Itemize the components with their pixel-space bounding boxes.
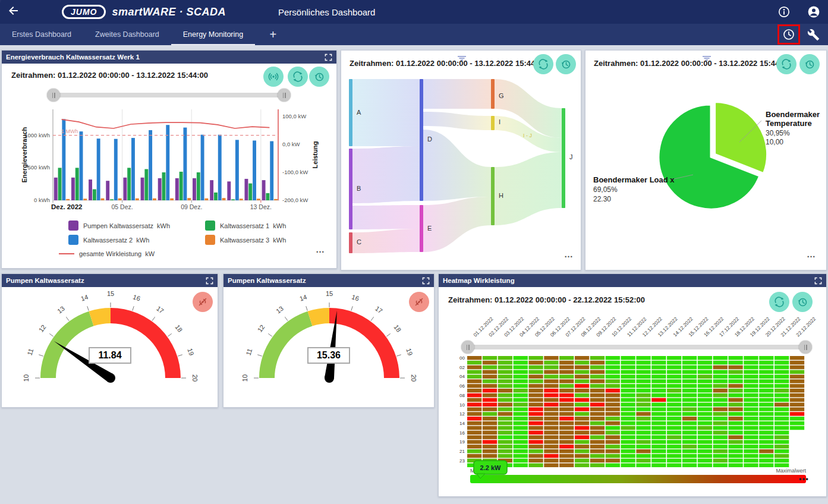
- svg-text:12: 12: [256, 323, 266, 333]
- panel-title: Energieverbrauch Kaltwassersatz Werk 1: [6, 53, 140, 61]
- arrow-left-icon: [7, 4, 21, 18]
- legend-item[interactable]: Kaltwassersatz 1 kWh: [205, 220, 286, 231]
- broadcast-icon: [267, 71, 279, 83]
- refresh-icon: [292, 71, 304, 83]
- svg-text:16: 16: [459, 430, 465, 436]
- legend-label: Kaltwassersatz 3 kWh: [220, 237, 286, 244]
- history-clock-icon: [313, 71, 325, 83]
- svg-text:13: 13: [56, 305, 66, 315]
- add-dashboard-button[interactable]: +: [255, 24, 291, 45]
- svg-text:I: I: [499, 118, 500, 125]
- scada-app: JUMO smartWARE · SCADA Persönliches Dash…: [0, 0, 828, 504]
- svg-text:B: B: [357, 185, 361, 192]
- gauge-chart: 101112131415161718192015.36: [223, 280, 435, 406]
- legend-item-line[interactable]: gesamte Wirkleistung kW: [59, 250, 155, 257]
- svg-text:16: 16: [351, 293, 360, 302]
- svg-text:Maximalwert: Maximalwert: [776, 468, 806, 474]
- svg-text:18: 18: [392, 323, 402, 333]
- svg-text:G: G: [499, 92, 504, 99]
- svg-text:06: 06: [459, 383, 465, 389]
- svg-text:19: 19: [405, 347, 414, 356]
- svg-text:C: C: [357, 238, 361, 245]
- svg-text:13: 13: [275, 305, 285, 315]
- legend-item[interactable]: Kaltwassersatz 3 kWh: [205, 235, 286, 245]
- svg-text:Boendermaker Load x: Boendermaker Load x: [593, 175, 675, 184]
- svg-text:19: 19: [459, 439, 465, 445]
- svg-text:23: 23: [459, 458, 465, 464]
- refresh-button[interactable]: [288, 67, 308, 87]
- svg-text:00: 00: [459, 355, 465, 361]
- panel-menu-dots[interactable]: …: [316, 247, 326, 253]
- legend-item[interactable]: Kaltwassersatz 2 kWh: [68, 235, 149, 245]
- svg-text:Boendermaker: Boendermaker: [766, 110, 820, 119]
- svg-text:08: 08: [459, 393, 465, 398]
- slider-handle-right[interactable]: [278, 89, 291, 102]
- panel-energieverbrauch: Energieverbrauch Kaltwassersatz Werk 1 Z…: [1, 50, 337, 269]
- slider-track[interactable]: [467, 345, 806, 349]
- svg-text:05 Dez.: 05 Dez.: [112, 203, 133, 210]
- tab-erstes-dashboard[interactable]: Erstes Dashboard: [0, 24, 83, 45]
- svg-text:18: 18: [174, 323, 184, 333]
- time-range-slider: [47, 89, 291, 102]
- panel-menu-dots[interactable]: …: [807, 251, 817, 257]
- legend-swatch: [205, 220, 215, 231]
- panel-gauge-2: Pumpen Kaltwassersatz 101112131415161718…: [223, 273, 435, 408]
- legend-swatch: [68, 220, 78, 231]
- svg-text:•••: •••: [799, 475, 809, 483]
- brand-text: smartWARE · SCADA: [112, 6, 226, 18]
- svg-text:Dez. 2022: Dez. 2022: [51, 203, 82, 210]
- tab-zweites-dashboard[interactable]: Zweites Dashboard: [83, 24, 171, 45]
- slider-handle-right[interactable]: [799, 341, 812, 354]
- svg-text:10: 10: [23, 374, 30, 382]
- svg-text:500 kWh: 500 kWh: [28, 164, 51, 171]
- svg-text:I - J: I - J: [523, 133, 532, 138]
- svg-text:20: 20: [191, 374, 199, 382]
- panel-menu-dots[interactable]: …: [564, 251, 574, 257]
- tab-energy-monitoring[interactable]: Energy Monitoring: [171, 24, 255, 45]
- svg-text:J: J: [569, 153, 573, 160]
- svg-text:15.36: 15.36: [317, 350, 341, 360]
- svg-text:E: E: [427, 225, 432, 232]
- wrench-icon: [807, 29, 820, 41]
- heatmap-grid[interactable]: 000204060810121416192123MinimalwertMaxim…: [439, 352, 827, 495]
- page-title: Persönliches Dashboard: [278, 7, 375, 17]
- legend-item[interactable]: Pumpen Kaltwassersatz kWh: [68, 220, 170, 231]
- svg-text:1000 kWh: 1000 kWh: [24, 132, 50, 138]
- svg-text:30,95%: 30,95%: [766, 129, 790, 137]
- panel-heatmap: Heatmap Wirkleistung Zeitrahmen: 01.12.2…: [438, 273, 827, 497]
- fullscreen-icon[interactable]: [325, 53, 332, 61]
- svg-text:-100,0 kW: -100,0 kW: [282, 169, 308, 175]
- account-icon[interactable]: [807, 5, 821, 19]
- svg-text:11: 11: [244, 348, 253, 357]
- legend-swatch: [68, 235, 78, 245]
- svg-text:11.84: 11.84: [98, 350, 121, 360]
- back-button[interactable]: [0, 4, 27, 20]
- svg-text:11: 11: [26, 348, 34, 357]
- settings-button[interactable]: [804, 29, 822, 41]
- time-settings-button[interactable]: [778, 25, 799, 44]
- energy-bar-chart[interactable]: 0 kWh500 kWh1000 kWh100,0 kW0,0 kW-100,0…: [2, 103, 338, 216]
- svg-text:14: 14: [298, 293, 307, 302]
- fullscreen-icon[interactable]: [814, 277, 822, 285]
- svg-text:10: 10: [459, 402, 465, 408]
- svg-text:15: 15: [107, 290, 114, 297]
- history-button[interactable]: [309, 67, 329, 87]
- svg-text:0,0 kW: 0,0 kW: [282, 141, 300, 147]
- live-data-button[interactable]: [263, 67, 284, 87]
- slider-handle-left[interactable]: [461, 341, 474, 354]
- legend-swatch: [205, 235, 215, 245]
- svg-text:0 kWh: 0 kWh: [34, 197, 50, 203]
- svg-text:2.2 kW: 2.2 kW: [480, 464, 501, 471]
- sankey-diagram[interactable]: I - JABCDEGIHJ: [341, 51, 582, 271]
- panel-gauge-1: Pumpen Kaltwassersatz 101112131415161718…: [1, 273, 218, 408]
- info-icon[interactable]: [777, 5, 791, 19]
- slider-handle-left[interactable]: [47, 89, 60, 102]
- svg-text:-200,0 kW: -200,0 kW: [282, 197, 308, 203]
- jumo-logo: JUMO: [62, 5, 106, 19]
- slider-track[interactable]: [53, 93, 285, 97]
- panel-sankey: Zeitrahmen: 01.12.2022 00:00:00 - 13.12.…: [341, 50, 581, 270]
- svg-text:09 Dez.: 09 Dez.: [181, 203, 202, 210]
- svg-text:1 MWh: 1 MWh: [61, 128, 78, 134]
- svg-text:H: H: [499, 192, 503, 199]
- pie-chart[interactable]: BoendermakerTemperature30,95%10,00Boende…: [585, 51, 827, 271]
